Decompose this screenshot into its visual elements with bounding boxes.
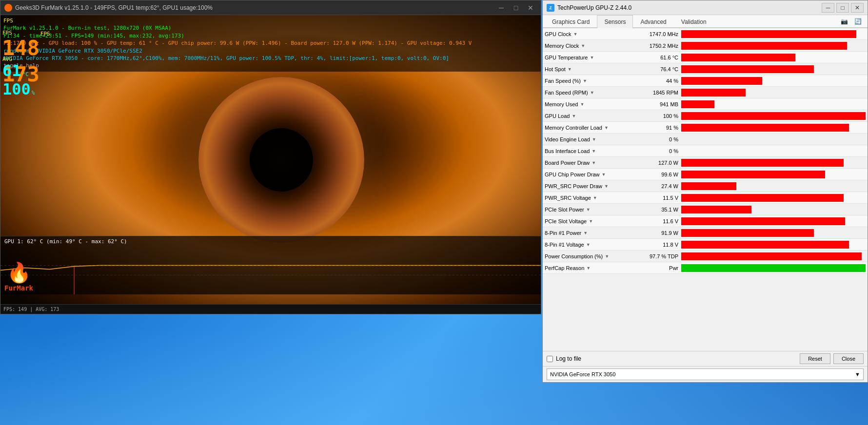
sensor-value: 0 % bbox=[637, 148, 681, 154]
sensor-bar-container bbox=[681, 135, 866, 143]
gpuz-bottom-bar: Log to file Reset Close bbox=[543, 351, 868, 366]
sensor-dropdown-icon[interactable]: ▼ bbox=[581, 43, 585, 48]
sensor-row: GPU Clock▼1747.0 MHz bbox=[543, 28, 868, 40]
close-button[interactable]: Close bbox=[833, 353, 864, 364]
sensor-dropdown-icon[interactable]: ▼ bbox=[572, 114, 576, 118]
log-to-file-checkbox[interactable] bbox=[547, 356, 553, 362]
sensor-dropdown-icon[interactable]: ▼ bbox=[586, 266, 591, 270]
fps-unit: FPS bbox=[40, 31, 50, 37]
gpuz-titlebar: Z TechPowerUp GPU-Z 2.44.0 ─ □ ✕ bbox=[543, 0, 868, 15]
sensor-dropdown-icon[interactable]: ▼ bbox=[590, 55, 594, 60]
gpuz-gpu-select-bar: NVIDIA GeForce RTX 3050 ▼ bbox=[543, 366, 868, 382]
sensor-row: Power Consumption (%)▼97.7 % TDP bbox=[543, 251, 868, 262]
sensor-dropdown-icon[interactable]: ▼ bbox=[592, 137, 596, 142]
sensor-dropdown-icon[interactable]: ▼ bbox=[601, 172, 606, 177]
sensor-dropdown-icon[interactable]: ▼ bbox=[568, 67, 572, 72]
sensor-value: 35.1 W bbox=[637, 207, 681, 212]
sensor-dropdown-icon[interactable]: ▼ bbox=[583, 78, 587, 83]
sensor-row: Fan Speed (RPM)▼1845 RPM bbox=[543, 87, 868, 98]
sensor-dropdown-icon[interactable]: ▼ bbox=[604, 125, 609, 130]
furmark-close-button[interactable]: ✕ bbox=[524, 3, 537, 13]
sensor-name: Memory Clock▼ bbox=[545, 43, 637, 49]
gpu-select-dropdown[interactable]: NVIDIA GeForce RTX 3050 ▼ bbox=[547, 368, 864, 380]
gpu-usage-display: 100 % bbox=[2, 80, 35, 98]
sensor-dropdown-icon[interactable]: ▼ bbox=[573, 32, 577, 37]
sensor-value: 99.6 W bbox=[637, 172, 681, 177]
reset-button[interactable]: Reset bbox=[800, 353, 830, 364]
sensor-name: Fan Speed (%)▼ bbox=[545, 78, 637, 84]
sensor-bar-container bbox=[681, 30, 866, 38]
sensor-dropdown-icon[interactable]: ▼ bbox=[605, 254, 609, 259]
sensor-bar bbox=[681, 89, 746, 97]
sensor-value: 100 % bbox=[637, 113, 681, 119]
sensor-row: GPU Chip Power Draw▼99.6 W bbox=[543, 169, 868, 180]
hud-line-help: toggle help bbox=[3, 62, 538, 69]
sensor-row: Board Power Draw▼127.0 W bbox=[543, 157, 868, 169]
tab-sensors[interactable]: Sensors bbox=[597, 15, 633, 28]
gpu-temp-unit: °C bbox=[22, 71, 29, 77]
sensor-name: PCIe Slot Power▼ bbox=[545, 207, 637, 212]
gpuz-close-button[interactable]: ✕ bbox=[851, 3, 864, 13]
furmark-title: Geeks3D FurMark v1.25.1.0 - 149FPS, GPU1… bbox=[15, 4, 213, 11]
sensor-bar-container bbox=[681, 42, 866, 50]
hud-line-5: renderer: NVIDIA GeForce RTX 3050/PCle/S… bbox=[3, 47, 538, 55]
sensor-dropdown-icon[interactable]: ▼ bbox=[586, 207, 591, 212]
furmark-minimize-button[interactable]: ─ bbox=[495, 3, 508, 13]
sensor-dropdown-icon[interactable]: ▼ bbox=[590, 90, 594, 95]
sensor-row: Video Engine Load▼0 % bbox=[543, 134, 868, 145]
tab-advanced[interactable]: Advanced bbox=[633, 15, 673, 28]
sensor-bar-container bbox=[681, 182, 866, 190]
sensor-value: 91 % bbox=[637, 125, 681, 131]
tab-graphics-card[interactable]: Graphics Card bbox=[545, 15, 597, 28]
gpuz-minimize-button[interactable]: ─ bbox=[822, 3, 834, 13]
furmark-content: FPS FurMark v1.25.1.0 - Burn-in test, 12… bbox=[0, 15, 541, 304]
sensor-bar-container bbox=[681, 159, 866, 167]
sensor-value: 941 MB bbox=[637, 101, 681, 107]
sensor-name: Hot Spot▼ bbox=[545, 66, 637, 72]
sensor-dropdown-icon[interactable]: ▼ bbox=[589, 219, 593, 224]
sensor-dropdown-icon[interactable]: ▼ bbox=[586, 242, 591, 247]
sensor-row: PerfCap Reason▼Pwr bbox=[543, 262, 868, 274]
camera-icon[interactable]: 📷 bbox=[838, 16, 850, 27]
sensor-dropdown-icon[interactable]: ▼ bbox=[592, 149, 596, 154]
sensor-name: GPU Clock▼ bbox=[545, 31, 637, 37]
sensor-bar bbox=[681, 65, 814, 73]
eye-pupil bbox=[250, 128, 313, 192]
tab-validation[interactable]: Validation bbox=[674, 15, 714, 28]
log-to-file-area: Log to file bbox=[547, 355, 581, 362]
sensor-dropdown-icon[interactable]: ▼ bbox=[604, 184, 609, 189]
sensor-row: Hot Spot▼76.4 °C bbox=[543, 63, 868, 75]
sensor-dropdown-icon[interactable]: ▼ bbox=[592, 160, 596, 165]
sensor-dropdown-icon[interactable]: ▼ bbox=[583, 231, 588, 235]
sensor-name: GPU Temperature▼ bbox=[545, 55, 637, 60]
fps-label: FPS bbox=[2, 30, 39, 36]
sensor-name: PerfCap Reason▼ bbox=[545, 265, 637, 271]
sensor-dropdown-icon[interactable]: ▼ bbox=[593, 195, 597, 200]
sensor-bar-container bbox=[681, 77, 866, 85]
sensor-row: Memory Controller Load▼91 % bbox=[543, 122, 868, 134]
refresh-icon[interactable]: 🔄 bbox=[852, 16, 864, 27]
sensor-dropdown-icon[interactable]: ▼ bbox=[580, 102, 584, 107]
sensor-name: GPU Load▼ bbox=[545, 113, 637, 119]
sensor-value: 11.5 V bbox=[637, 195, 681, 201]
sensor-row: Memory Used▼941 MB bbox=[543, 98, 868, 110]
gpuz-window-controls: ─ □ ✕ bbox=[822, 3, 864, 13]
furmark-maximize-button[interactable]: □ bbox=[510, 3, 522, 13]
sensor-name: PCIe Slot Voltage▼ bbox=[545, 218, 637, 224]
gpuz-window: Z TechPowerUp GPU-Z 2.44.0 ─ □ ✕ Graphic… bbox=[542, 0, 868, 383]
infobar-text: FPS: 149 | AVG: 173 bbox=[3, 307, 59, 312]
gpuz-maximize-button[interactable]: □ bbox=[836, 3, 849, 13]
furmark-gpu-stats: 61 °C 100 % bbox=[2, 61, 35, 98]
sensor-bar-container bbox=[681, 217, 866, 225]
sensor-bar bbox=[681, 194, 844, 202]
hud-line-4: F2:1750 MHz - GPU load: 100 % - GPU temp… bbox=[3, 39, 538, 47]
sensor-bar-container bbox=[681, 241, 866, 249]
sensor-value: 91.9 W bbox=[637, 230, 681, 236]
sensor-bar-container bbox=[681, 124, 866, 132]
sensor-row: Fan Speed (%)▼44 % bbox=[543, 75, 868, 87]
gpuz-title: TechPowerUp GPU-Z 2.44.0 bbox=[557, 4, 631, 11]
furmark-logo-text: FurMark bbox=[4, 284, 33, 292]
sensor-name: Board Power Draw▼ bbox=[545, 160, 637, 166]
gpu-usage-unit: % bbox=[32, 90, 35, 96]
sensor-bar bbox=[681, 182, 736, 190]
